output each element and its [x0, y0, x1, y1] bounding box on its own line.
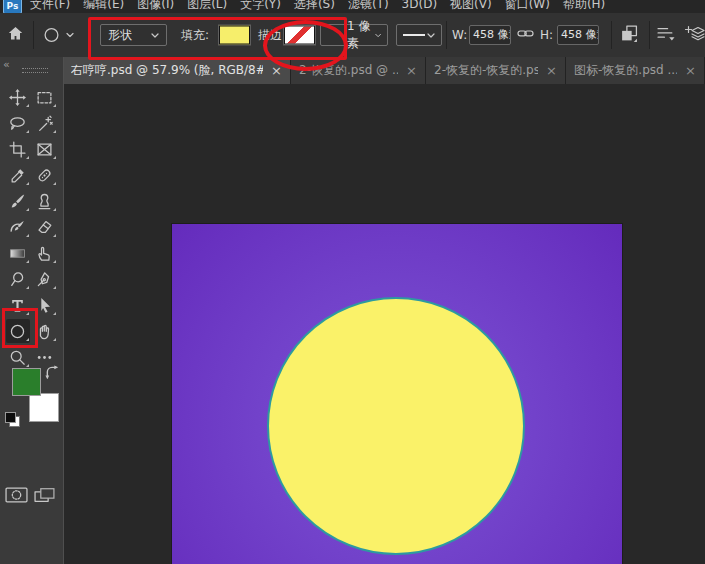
tool-smudge[interactable]	[33, 241, 57, 265]
tool-gradient[interactable]	[6, 241, 30, 265]
width-label: W:	[452, 28, 467, 42]
tab-close-button[interactable]: ×	[546, 64, 557, 77]
quick-mask-mode-button[interactable]	[5, 487, 28, 506]
tool-pen[interactable]	[33, 267, 57, 291]
tab-document-4[interactable]: 图标-恢复的.psd ... ×	[566, 57, 705, 84]
fill-label: 填充:	[181, 27, 209, 44]
tab-close-button[interactable]: ×	[685, 64, 696, 77]
swap-colors-icon[interactable]	[45, 365, 59, 382]
tool-horizontal-type[interactable]	[6, 293, 30, 317]
menu-item-view[interactable]: 视图(V)	[450, 0, 492, 12]
tab-close-button[interactable]: ×	[271, 64, 282, 77]
tools-grid	[4, 84, 58, 370]
solid-line-icon	[403, 34, 425, 36]
stroke-line-style-select[interactable]	[396, 24, 442, 46]
collapse-panel-button[interactable]: «	[3, 58, 10, 71]
separator	[649, 21, 650, 49]
tool-zoom[interactable]	[6, 345, 30, 369]
tool-mode-value: 形状	[108, 27, 132, 44]
screen-mode-button[interactable]	[34, 487, 56, 506]
tool-mode-select[interactable]: 形状	[100, 24, 167, 46]
document-canvas[interactable]	[172, 224, 622, 564]
tool-eyedropper[interactable]	[6, 163, 30, 187]
link-dimensions-icon[interactable]	[517, 28, 534, 42]
height-label: H:	[540, 28, 553, 42]
tool-history-brush[interactable]	[6, 215, 30, 239]
tool-clone-stamp[interactable]	[33, 189, 57, 213]
tool-move[interactable]	[6, 85, 30, 109]
stroke-width-value: 1 像素	[347, 18, 375, 52]
separator	[446, 21, 447, 49]
tool-path-selection[interactable]	[33, 293, 57, 317]
chevron-down-icon	[66, 33, 74, 38]
tool-brush[interactable]	[6, 189, 30, 213]
separator	[611, 21, 612, 49]
tool-eraser[interactable]	[33, 215, 57, 239]
menu-item-3d[interactable]: 3D(D)	[402, 0, 437, 12]
tool-frame[interactable]	[33, 137, 57, 161]
tool-lasso[interactable]	[6, 111, 30, 135]
photoshop-window: Ps 文件(F) 编辑(E) 图像(I) 图层(L) 文字(Y) 选择(S) 滤…	[0, 0, 705, 564]
path-alignment-button[interactable]	[657, 26, 675, 44]
menu-item-select[interactable]: 选择(S)	[294, 0, 335, 12]
ellipse-tool-preview-icon	[43, 27, 60, 44]
tab-title: 图标-恢复的.psd ...	[574, 62, 677, 79]
chevron-down-icon	[151, 33, 159, 38]
fill-color-swatch[interactable]	[219, 26, 250, 45]
tool-spot-healing-brush[interactable]	[33, 163, 57, 187]
tools-panel: «	[0, 57, 64, 564]
tool-preset-picker[interactable]	[43, 27, 74, 44]
tool-options-bar: 形状 填充: 描边 1 像素 W: 458 像素 H: 458 像素	[0, 13, 705, 58]
shape-arrange-button[interactable]	[684, 25, 705, 45]
tool-dodge[interactable]	[6, 267, 30, 291]
panel-drag-grip[interactable]	[22, 68, 48, 73]
menu-item-help[interactable]: 帮助(H)	[563, 0, 605, 12]
tool-hand[interactable]	[33, 319, 57, 343]
yellow-ellipse-shape	[267, 297, 525, 555]
stroke-label: 描边	[258, 27, 282, 44]
path-operations-button[interactable]	[620, 25, 638, 46]
tab-close-button[interactable]: ×	[406, 64, 417, 77]
separator	[33, 21, 34, 49]
stroke-color-swatch-none[interactable]	[284, 26, 315, 45]
menu-item-edit[interactable]: 编辑(E)	[83, 0, 124, 12]
tool-magic-wand[interactable]	[33, 111, 57, 135]
tool-ellipse[interactable]	[6, 319, 30, 343]
menu-item-file[interactable]: 文件(F)	[30, 0, 70, 12]
width-input[interactable]: 458 像素	[469, 25, 511, 45]
tab-title: 2-恢复的-恢复的.psd	[434, 62, 538, 79]
chevron-down-icon	[427, 33, 435, 38]
photoshop-logo-icon: Ps	[3, 0, 22, 13]
menu-bar: Ps 文件(F) 编辑(E) 图像(I) 图层(L) 文字(Y) 选择(S) 滤…	[0, 0, 705, 13]
menu-item-filter[interactable]: 滤镜(T)	[348, 0, 389, 12]
menu-item-layer[interactable]: 图层(L)	[187, 0, 227, 12]
tab-document-1[interactable]: 右哼哼.psd @ 57.9% (脸, RGB/8#) * ×	[63, 57, 291, 84]
menu-item-window[interactable]: 窗口(W)	[505, 0, 550, 12]
chevron-down-icon	[375, 33, 381, 38]
default-colors-icon[interactable]	[5, 412, 20, 427]
tab-document-2[interactable]: 2-恢复的.psd @ ... ×	[291, 57, 426, 84]
menu-item-type[interactable]: 文字(Y)	[240, 0, 281, 12]
document-tab-bar: 右哼哼.psd @ 57.9% (脸, RGB/8#) * × 2-恢复的.ps…	[63, 57, 705, 84]
foreground-color-swatch[interactable]	[12, 368, 41, 396]
tab-title: 2-恢复的.psd @ ...	[299, 62, 398, 79]
tool-crop[interactable]	[6, 137, 30, 161]
tab-title: 右哼哼.psd @ 57.9% (脸, RGB/8#) *	[71, 62, 263, 79]
background-color-swatch[interactable]	[29, 393, 59, 422]
stroke-width-select[interactable]: 1 像素	[320, 24, 388, 46]
menu-item-image[interactable]: 图像(I)	[137, 0, 174, 12]
home-button[interactable]	[7, 26, 24, 45]
tab-document-3[interactable]: 2-恢复的-恢复的.psd ×	[426, 57, 566, 84]
tool-rectangular-marquee[interactable]	[33, 85, 57, 109]
document-area	[64, 84, 705, 564]
height-input[interactable]: 458 像素	[557, 25, 599, 45]
